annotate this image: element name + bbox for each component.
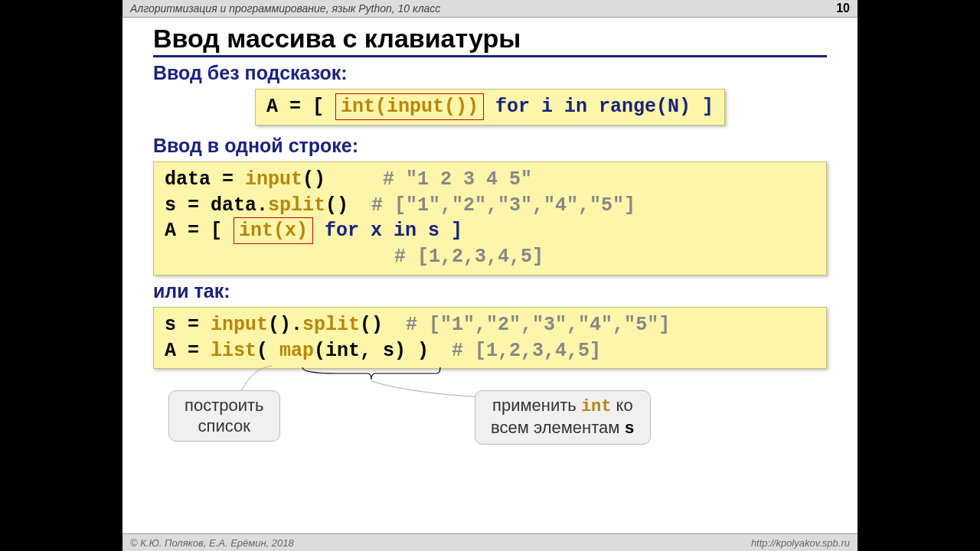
highlighted-expr-2: int(x) [239,220,308,242]
section2-heading: Ввод в одной строке: [153,135,827,157]
callout-list: построить список [168,390,280,442]
course-label: Алгоритмизация и программирование, язык … [130,2,440,15]
copyright: © К.Ю. Поляков, Е.А. Ерёмин, 2018 [130,537,294,549]
section3-heading: или так: [153,280,827,302]
highlighted-expr-1: int(input()) [341,96,479,118]
callouts: построить список применить int ко всем э… [153,373,827,450]
section1-heading: Ввод без подсказок: [153,62,827,84]
brace-icon [299,366,444,381]
slide-title: Ввод массива с клавиатуры [153,24,827,57]
page-number: 10 [836,2,850,15]
slide: Алгоритмизация и программирование, язык … [122,0,858,551]
header-bar: Алгоритмизация и программирование, язык … [122,0,858,18]
code-block-2: data = input() # "1 2 3 4 5" s = data.sp… [153,161,827,276]
code-block-3: s = input().split() # ["1","2","3","4","… [153,307,827,370]
code-block-1: A = [ int(input()) for i in range(N) ] [255,89,725,126]
footer-bar: © К.Ю. Поляков, Е.А. Ерёмин, 2018 http:/… [122,533,858,551]
footer-url: http://kpolyakov.spb.ru [751,537,850,549]
callout-map: применить int ко всем элементам s [475,390,651,445]
content: Ввод массива с клавиатуры Ввод без подск… [122,18,858,450]
